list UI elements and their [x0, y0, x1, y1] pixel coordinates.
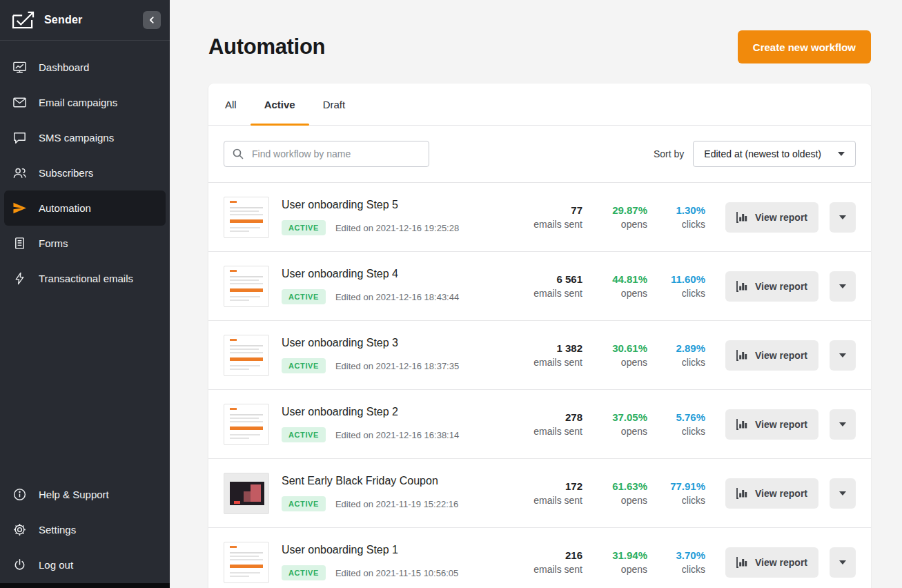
workflow-row[interactable]: User onboarding Step 3 ACTIVE Edited on … — [208, 321, 871, 390]
row-actions-dropdown[interactable] — [830, 202, 856, 233]
status-badge: ACTIVE — [282, 427, 326, 442]
row-actions-dropdown[interactable] — [830, 478, 856, 509]
stat-emails-sent: 1 382 emails sent — [516, 342, 582, 368]
stat-clicks: 77.91% clicks — [651, 480, 705, 506]
workflow-stats: 6 561 emails sent 44.81% opens 11.60% cl… — [516, 273, 705, 299]
envelope-icon — [12, 95, 27, 110]
view-report-button[interactable]: View report — [725, 478, 818, 509]
caret-down-icon — [839, 284, 846, 288]
bar-chart-icon — [736, 418, 748, 430]
emails-sent-value: 6 561 — [516, 273, 582, 285]
view-report-button[interactable]: View report — [725, 409, 818, 440]
dashboard-icon — [12, 60, 27, 75]
view-report-label: View report — [755, 488, 807, 499]
view-report-button[interactable]: View report — [725, 202, 818, 233]
create-new-workflow-button[interactable]: Create new workflow — [738, 30, 871, 63]
search-icon — [232, 148, 244, 163]
sidebar-item-subscribers[interactable]: Subscribers — [4, 155, 166, 190]
row-actions-dropdown[interactable] — [830, 547, 856, 578]
sidebar-item-automation[interactable]: Automation — [4, 190, 166, 226]
sender-logo-icon — [11, 10, 36, 30]
caret-down-icon — [838, 152, 845, 156]
view-report-label: View report — [755, 350, 807, 361]
paper-plane-icon — [12, 201, 27, 216]
sidebar-item-settings[interactable]: Settings — [4, 512, 166, 547]
stat-emails-sent: 278 emails sent — [516, 411, 582, 437]
sidebar-item-label: Forms — [39, 237, 68, 249]
sidebar-footer: Help & Support Settings Log out — [0, 477, 170, 582]
bar-chart-icon — [736, 556, 748, 568]
workflow-title: User onboarding Step 3 — [282, 337, 516, 349]
status-badge: ACTIVE — [282, 289, 326, 304]
sidebar-item-forms[interactable]: Forms — [4, 226, 166, 261]
emails-sent-value: 77 — [516, 204, 582, 216]
bar-chart-icon — [736, 280, 748, 292]
emails-sent-value: 172 — [516, 480, 582, 492]
power-icon — [12, 558, 27, 573]
sidebar-item-label: Email campaigns — [39, 97, 117, 108]
caret-down-icon — [839, 491, 846, 496]
opens-label: opens — [587, 495, 647, 506]
row-actions-dropdown[interactable] — [830, 271, 856, 302]
sidebar-item-sms-campaigns[interactable]: SMS campaigns — [4, 120, 166, 155]
sidebar-item-transactional-emails[interactable]: Transactional emails — [4, 261, 166, 296]
sidebar-nav: Dashboard Email campaigns SMS campaigns — [0, 41, 170, 296]
sidebar-item-label: Help & Support — [39, 489, 109, 500]
workflow-info: User onboarding Step 2 ACTIVE Edited on … — [282, 406, 516, 442]
workflow-thumbnail — [224, 404, 269, 445]
tabs: All Active Draft — [208, 84, 871, 126]
workflow-thumbnail — [224, 266, 269, 307]
sidebar-item-label: Log out — [39, 559, 73, 571]
clicks-label: clicks — [651, 288, 705, 299]
tab-active[interactable]: Active — [251, 84, 309, 125]
emails-sent-label: emails sent — [516, 495, 582, 506]
sidebar-item-label: Transactional emails — [39, 273, 133, 284]
people-icon — [12, 166, 27, 181]
sidebar-item-dashboard[interactable]: Dashboard — [4, 50, 166, 85]
workflow-row[interactable]: User onboarding Step 5 ACTIVE Edited on … — [208, 183, 871, 252]
workflow-info: User onboarding Step 4 ACTIVE Edited on … — [282, 268, 516, 304]
workflow-title: Sent Early Black Friday Coupon — [282, 475, 516, 487]
view-report-button[interactable]: View report — [725, 340, 818, 371]
workflow-row[interactable]: User onboarding Step 4 ACTIVE Edited on … — [208, 252, 871, 321]
sidebar-item-help-support[interactable]: Help & Support — [4, 477, 166, 512]
opens-value: 37.05% — [587, 411, 647, 423]
opens-value: 29.87% — [587, 204, 647, 216]
chat-bubble-icon — [12, 130, 27, 146]
workflow-row[interactable]: Sent Early Black Friday Coupon ACTIVE Ed… — [208, 459, 871, 528]
tab-all[interactable]: All — [211, 84, 251, 125]
sidebar-collapse-button[interactable] — [143, 11, 161, 29]
workflow-info: User onboarding Step 5 ACTIVE Edited on … — [282, 199, 516, 235]
row-actions-dropdown[interactable] — [830, 409, 856, 440]
caret-down-icon — [839, 422, 846, 427]
sidebar-item-email-campaigns[interactable]: Email campaigns — [4, 85, 166, 120]
workflow-stats: 172 emails sent 61.63% opens 77.91% clic… — [516, 480, 705, 506]
clicks-value: 5.76% — [651, 411, 705, 423]
sidebar: Sender Dashboard — [0, 0, 170, 588]
sidebar-item-label: Settings — [39, 524, 76, 536]
row-actions-dropdown[interactable] — [830, 340, 856, 371]
sidebar-item-log-out[interactable]: Log out — [4, 547, 166, 582]
opens-value: 44.81% — [587, 273, 647, 285]
logo-row: Sender — [0, 0, 170, 40]
view-report-button[interactable]: View report — [725, 271, 818, 302]
clicks-value: 1.30% — [651, 204, 705, 216]
tab-draft[interactable]: Draft — [309, 84, 360, 125]
chevron-left-icon — [148, 16, 156, 24]
notepad-icon — [12, 236, 27, 251]
workflow-stats: 216 emails sent 31.94% opens 3.70% click… — [516, 549, 705, 575]
sidebar-item-label: Subscribers — [39, 167, 93, 179]
workflow-meta: ACTIVE Edited on 2021-12-16 19:25:28 — [282, 220, 516, 235]
clicks-label: clicks — [651, 495, 705, 506]
clicks-label: clicks — [651, 564, 705, 575]
opens-label: opens — [587, 219, 647, 230]
workflow-thumbnail — [224, 335, 269, 376]
workflow-row[interactable]: User onboarding Step 1 ACTIVE Edited on … — [208, 528, 871, 588]
sort-wrap: Sort by Edited at (newest to oldest) — [654, 141, 856, 167]
toolbar: Sort by Edited at (newest to oldest) — [208, 126, 871, 183]
view-report-button[interactable]: View report — [725, 547, 818, 578]
view-report-label: View report — [755, 419, 807, 430]
workflow-row[interactable]: User onboarding Step 2 ACTIVE Edited on … — [208, 390, 871, 459]
search-input[interactable] — [224, 141, 429, 167]
sort-select[interactable]: Edited at (newest to oldest) — [693, 141, 856, 167]
